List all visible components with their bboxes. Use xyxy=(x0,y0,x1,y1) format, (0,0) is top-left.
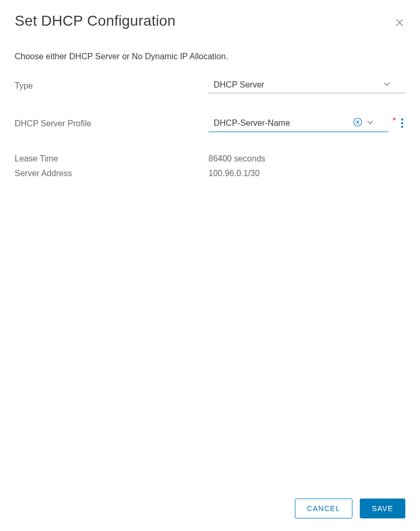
server-address-row: Server Address 100.96.0.1/30 xyxy=(15,169,405,178)
more-vertical-icon xyxy=(401,118,403,130)
save-button[interactable]: SAVE xyxy=(360,499,405,518)
close-icon xyxy=(396,19,403,28)
profile-label: DHCP Server Profile xyxy=(15,119,208,128)
profile-clear-button[interactable] xyxy=(353,117,362,128)
cancel-button[interactable]: CANCEL xyxy=(295,499,352,518)
profile-select-value: DHCP-Server-Name xyxy=(214,118,353,128)
lease-time-label: Lease Time xyxy=(15,154,208,164)
required-indicator: * xyxy=(393,116,396,126)
page-title: Set DHCP Configuration xyxy=(15,13,175,29)
server-address-value: 100.96.0.1/30 xyxy=(208,169,260,178)
chevron-down-icon xyxy=(383,80,391,90)
form-body: Type DHCP Server DHCP Server Profile DHC… xyxy=(15,78,405,490)
svg-point-5 xyxy=(401,118,403,121)
svg-point-7 xyxy=(401,126,403,128)
server-address-label: Server Address xyxy=(15,169,208,178)
type-row: Type DHCP Server xyxy=(15,78,405,93)
close-button[interactable] xyxy=(394,17,405,30)
dhcp-config-modal: Set DHCP Configuration Choose either DHC… xyxy=(0,0,420,531)
svg-point-6 xyxy=(401,122,403,124)
profile-control-wrap: DHCP-Server-Name xyxy=(208,115,405,132)
clear-circle-icon xyxy=(353,117,362,128)
lease-time-value: 86400 seconds xyxy=(208,154,266,164)
type-label: Type xyxy=(15,81,208,91)
type-control-wrap: DHCP Server xyxy=(208,78,405,93)
type-select-value: DHCP Server xyxy=(214,80,383,90)
profile-more-button[interactable] xyxy=(399,117,405,131)
lease-time-row: Lease Time 86400 seconds xyxy=(15,154,405,164)
profile-select[interactable]: DHCP-Server-Name xyxy=(208,115,389,132)
profile-row: DHCP Server Profile DHCP-Server-Name xyxy=(15,115,405,132)
type-select[interactable]: DHCP Server xyxy=(208,78,405,93)
instruction-text: Choose either DHCP Server or No Dynamic … xyxy=(15,52,405,61)
modal-footer: CANCEL SAVE xyxy=(15,490,405,518)
modal-header: Set DHCP Configuration xyxy=(15,13,405,30)
chevron-down-icon xyxy=(367,118,374,128)
